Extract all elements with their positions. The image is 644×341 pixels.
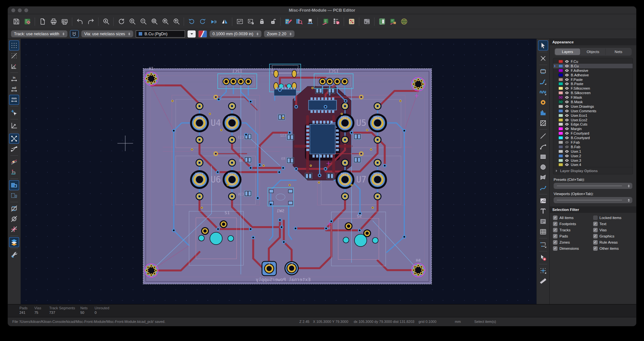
filter-item[interactable]: ✓Vias bbox=[593, 228, 633, 232]
ratsnest-button[interactable] bbox=[9, 134, 19, 144]
filter-item[interactable]: ✓Dimensions bbox=[553, 246, 593, 251]
add-via-button[interactable] bbox=[538, 97, 548, 107]
layer-color-swatch[interactable] bbox=[558, 159, 563, 162]
flip-board-button[interactable] bbox=[208, 16, 219, 27]
layer-row[interactable]: User.Eco1 bbox=[553, 113, 633, 118]
layer-color-swatch[interactable] bbox=[558, 100, 563, 104]
layer-color-swatch[interactable] bbox=[558, 82, 563, 85]
add-table-button[interactable] bbox=[538, 227, 548, 237]
title-bar[interactable]: Misc-Front-Module — PCB Editor bbox=[8, 6, 636, 14]
tools-button[interactable] bbox=[9, 250, 19, 260]
add-text-button[interactable] bbox=[538, 206, 548, 216]
viewports-select[interactable] bbox=[554, 197, 632, 203]
checkbox-checked[interactable]: ✓ bbox=[593, 234, 598, 238]
layer-color-swatch[interactable] bbox=[558, 105, 563, 108]
layer-color-swatch[interactable] bbox=[558, 73, 563, 77]
layer-row[interactable]: F.Mask bbox=[553, 95, 633, 100]
layer-row[interactable]: User.4 bbox=[553, 162, 633, 167]
units-mm-button[interactable]: mm bbox=[9, 95, 19, 105]
filter-item[interactable]: ✓Zones bbox=[553, 240, 593, 245]
tab-layers[interactable]: Layers bbox=[555, 49, 580, 55]
visibility-eye-icon[interactable] bbox=[565, 113, 569, 118]
add-image-button[interactable] bbox=[538, 196, 548, 206]
local-ratsnest-button[interactable] bbox=[538, 53, 548, 63]
tune-length-button[interactable] bbox=[538, 87, 548, 97]
draw-line-button[interactable] bbox=[538, 131, 548, 141]
refresh-button[interactable] bbox=[116, 16, 126, 27]
filter-item[interactable]: ✓Text bbox=[593, 222, 633, 226]
zoom-fit-button[interactable] bbox=[149, 16, 159, 27]
via-size-select[interactable]: Via: use netclass sizes bbox=[81, 30, 133, 37]
layer-color-swatch[interactable] bbox=[558, 78, 563, 81]
layer-row[interactable]: B.Fab bbox=[553, 145, 633, 149]
units-mils-button[interactable]: mil bbox=[9, 84, 19, 94]
layer-color-swatch[interactable] bbox=[558, 64, 563, 68]
board-setup-button[interactable] bbox=[22, 16, 32, 27]
layer-row[interactable]: Margin bbox=[553, 126, 633, 131]
layer-row[interactable]: User.2 bbox=[553, 154, 633, 158]
layer-color-swatch[interactable] bbox=[558, 136, 563, 139]
zoom-select[interactable]: Zoom 2.20 bbox=[264, 30, 294, 37]
layer-color-swatch[interactable] bbox=[558, 96, 563, 99]
layer-color-swatch[interactable] bbox=[558, 91, 563, 94]
grid-dots-button[interactable] bbox=[9, 40, 19, 50]
route-tracks-button[interactable] bbox=[538, 77, 548, 87]
layer-color-swatch[interactable] bbox=[558, 118, 563, 122]
footprint-browser-button[interactable] bbox=[294, 16, 304, 27]
angle-45-button[interactable] bbox=[9, 121, 19, 131]
layer-row[interactable]: Edge.Cuts bbox=[553, 122, 633, 126]
layer-pair-indicator-icon[interactable] bbox=[198, 30, 207, 38]
exchange-footprints-button[interactable] bbox=[305, 16, 315, 27]
checkbox-checked[interactable]: ✓ bbox=[553, 228, 558, 232]
layer-color-swatch[interactable] bbox=[558, 163, 563, 166]
units-inches-button[interactable]: in bbox=[9, 74, 19, 84]
draw-rect-button[interactable] bbox=[538, 152, 548, 162]
measure-tool-button[interactable] bbox=[538, 276, 548, 286]
visibility-eye-icon[interactable] bbox=[565, 91, 569, 95]
highlight-nets-button[interactable] bbox=[9, 157, 19, 167]
zoom-out-button[interactable] bbox=[138, 16, 148, 27]
draw-circle-button[interactable] bbox=[538, 162, 548, 172]
active-layer-select[interactable]: B.Cu (PgDn) bbox=[136, 30, 185, 38]
undo-button[interactable] bbox=[75, 16, 85, 27]
layer-color-swatch[interactable] bbox=[558, 114, 563, 117]
filter-item[interactable]: ✓Pads bbox=[553, 234, 593, 238]
save-button[interactable] bbox=[11, 16, 21, 27]
visibility-eye-icon[interactable] bbox=[565, 86, 569, 91]
filter-item[interactable]: ✓Rule Areas bbox=[593, 240, 633, 245]
swap-footprints-button[interactable] bbox=[388, 16, 398, 27]
footprint-editor-button[interactable] bbox=[283, 16, 293, 27]
checkbox-unchecked[interactable] bbox=[593, 215, 598, 220]
bom-button[interactable]: 123 bbox=[377, 16, 387, 27]
update-pcb-button[interactable] bbox=[320, 16, 330, 27]
layer-color-swatch[interactable] bbox=[558, 141, 563, 144]
layer-row[interactable]: User.3 bbox=[553, 158, 633, 163]
checkbox-checked[interactable]: ✓ bbox=[593, 222, 598, 226]
visibility-eye-icon[interactable] bbox=[565, 145, 569, 149]
filter-item[interactable]: ✓Tracks bbox=[553, 228, 593, 232]
track-width-select[interactable]: Track: use netclass width bbox=[11, 30, 67, 37]
checkbox-checked[interactable]: ✓ bbox=[553, 222, 558, 226]
visibility-eye-icon[interactable] bbox=[565, 64, 569, 68]
layer-row[interactable]: User.Eco2 bbox=[553, 118, 633, 122]
layer-row[interactable]: F.Courtyard bbox=[553, 131, 633, 136]
visibility-eye-icon[interactable] bbox=[565, 73, 569, 77]
visibility-eye-icon[interactable] bbox=[565, 77, 569, 82]
grid-origin-button[interactable] bbox=[538, 266, 548, 276]
zone-outline-button[interactable] bbox=[9, 191, 19, 201]
layer-color-swatch[interactable] bbox=[558, 69, 563, 72]
curved-ratsnest-button[interactable] bbox=[9, 144, 19, 154]
visibility-eye-icon[interactable] bbox=[565, 104, 569, 109]
layer-row[interactable]: F.Fab bbox=[553, 140, 633, 145]
pcb-drawing[interactable]: H1 H4 U4 U5 U6 U7 MH1 MH2 MH1 MH2 MH1 MH… bbox=[21, 39, 536, 304]
layer-select-dropdown-button[interactable] bbox=[188, 30, 196, 38]
delete-tool-button[interactable] bbox=[538, 253, 548, 263]
layer-row[interactable]: F.Silkscreen bbox=[553, 86, 633, 91]
layer-display-options-toggle[interactable]: Layer Display Options bbox=[553, 167, 633, 174]
visibility-eye-icon[interactable] bbox=[565, 131, 569, 136]
visibility-eye-icon[interactable] bbox=[565, 126, 569, 131]
filter-item[interactable]: ✓Graphics bbox=[593, 234, 633, 238]
zone-fill-button[interactable] bbox=[9, 180, 19, 190]
layer-row[interactable]: F.Cu bbox=[553, 59, 633, 64]
checkbox-checked[interactable]: ✓ bbox=[553, 240, 558, 245]
